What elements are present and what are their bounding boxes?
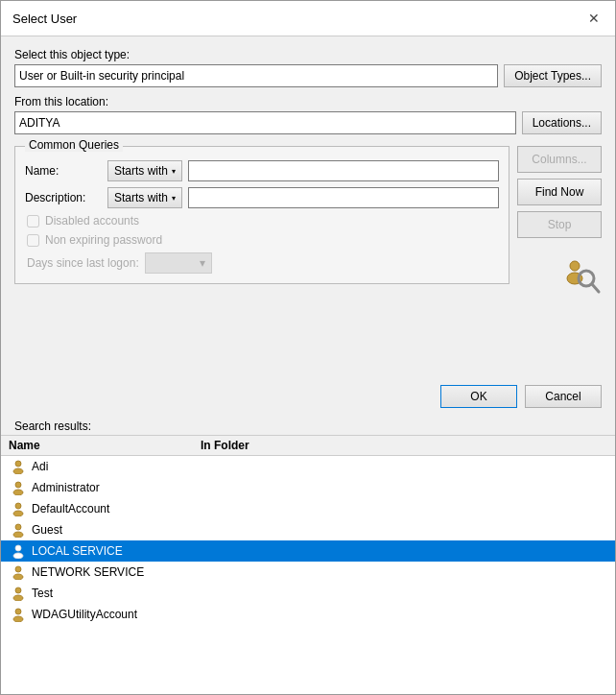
- row-name: Adi: [32, 460, 201, 473]
- svg-point-14: [15, 566, 21, 572]
- disabled-accounts-label: Disabled accounts: [45, 214, 139, 228]
- svg-point-8: [15, 503, 21, 509]
- description-dropdown-arrow-icon: ▾: [172, 194, 176, 203]
- user-icon-svg: [11, 480, 26, 495]
- queries-area: Common Queries Name: Starts with ▾: [14, 146, 509, 296]
- title-bar: Select User ✕: [1, 1, 615, 36]
- disabled-accounts-row: Disabled accounts: [25, 214, 499, 228]
- main-content: Common Queries Name: Starts with ▾: [14, 146, 602, 296]
- days-since-logon-row: Days since last logon: ▾: [25, 252, 499, 274]
- row-name: Administrator: [32, 481, 201, 494]
- svg-line-3: [592, 284, 599, 292]
- locations-button[interactable]: Locations...: [522, 111, 602, 134]
- user-icon: [9, 564, 28, 580]
- description-query-input[interactable]: [188, 187, 499, 208]
- table-row[interactable]: NETWORK SERVICE: [1, 562, 615, 583]
- table-row[interactable]: Test: [1, 583, 615, 604]
- dialog-body: Select this object type: Object Types...…: [1, 36, 615, 377]
- select-user-dialog: Select User ✕ Select this object type: O…: [0, 0, 616, 695]
- name-query-input[interactable]: [188, 160, 499, 181]
- object-type-section: Select this object type: Object Types...: [14, 48, 602, 87]
- find-now-button[interactable]: Find Now: [517, 179, 602, 205]
- name-field-label: Name:: [25, 164, 102, 178]
- row-name: Guest: [32, 523, 201, 537]
- location-input[interactable]: [14, 111, 516, 134]
- svg-point-12: [15, 545, 21, 551]
- svg-point-5: [13, 468, 23, 474]
- row-name: DefaultAccount: [32, 502, 201, 515]
- days-dropdown-arrow-icon: ▾: [200, 256, 205, 270]
- location-section: From this location: Locations...: [14, 95, 602, 134]
- row-name: NETWORK SERVICE: [32, 565, 201, 579]
- row-name: WDAGUtilityAccount: [32, 608, 201, 621]
- svg-point-19: [13, 616, 23, 622]
- user-icon: [9, 586, 28, 601]
- table-row[interactable]: Administrator: [1, 477, 615, 498]
- name-dropdown-button[interactable]: Starts with ▾: [107, 160, 182, 181]
- description-row: Description: Starts with ▾: [25, 187, 499, 208]
- name-dropdown-arrow-icon: ▾: [172, 167, 176, 176]
- user-icon: [9, 459, 28, 474]
- common-queries-legend: Common Queries: [25, 138, 123, 152]
- non-expiring-checkbox[interactable]: [27, 234, 39, 247]
- queries-content: Name: Starts with ▾ Description: Starts: [25, 160, 499, 274]
- svg-point-6: [15, 482, 21, 488]
- user-icon-svg: [11, 586, 26, 601]
- object-type-input[interactable]: [14, 64, 498, 87]
- svg-point-10: [15, 524, 21, 530]
- object-type-row: Object Types...: [14, 64, 602, 87]
- svg-point-0: [570, 261, 580, 271]
- non-expiring-row: Non expiring password: [25, 233, 499, 247]
- table-row[interactable]: LOCAL SERVICE: [1, 540, 615, 562]
- table-row[interactable]: Adi: [1, 456, 615, 477]
- user-icon: [9, 480, 28, 495]
- disabled-accounts-checkbox[interactable]: [27, 215, 39, 228]
- svg-point-15: [13, 574, 23, 580]
- user-icon-svg: [11, 501, 26, 516]
- user-icon-svg: [11, 607, 26, 622]
- svg-point-9: [13, 511, 23, 516]
- close-button[interactable]: ✕: [584, 9, 604, 28]
- user-icon: [9, 501, 28, 516]
- object-types-button[interactable]: Object Types...: [504, 64, 602, 87]
- row-name: LOCAL SERVICE: [32, 544, 201, 558]
- user-icon-svg: [11, 564, 26, 580]
- user-icon: [9, 607, 28, 622]
- column-name-header: Name: [9, 439, 201, 452]
- ok-button[interactable]: OK: [440, 385, 517, 408]
- object-type-label: Select this object type:: [14, 48, 602, 61]
- user-icon: [9, 522, 28, 538]
- name-dropdown-label: Starts with: [114, 164, 168, 178]
- location-label: From this location:: [14, 95, 602, 108]
- cancel-button[interactable]: Cancel: [525, 385, 602, 408]
- table-row[interactable]: Guest: [1, 519, 615, 540]
- name-row: Name: Starts with ▾: [25, 160, 499, 181]
- svg-point-16: [15, 587, 21, 593]
- results-table: Name In Folder Adi Administrator Default…: [1, 435, 615, 695]
- table-row[interactable]: DefaultAccount: [1, 498, 615, 519]
- non-expiring-label: Non expiring password: [45, 233, 162, 247]
- bottom-buttons: OK Cancel: [1, 377, 615, 416]
- common-queries-frame: Common Queries Name: Starts with ▾: [14, 146, 509, 284]
- search-results-label: Search results:: [1, 416, 615, 435]
- days-since-logon-label: Days since last logon:: [27, 256, 139, 270]
- results-rows: Adi Administrator DefaultAccount Guest L…: [1, 456, 615, 625]
- row-name: Test: [32, 587, 201, 600]
- days-since-logon-dropdown: ▾: [145, 252, 212, 274]
- stop-button[interactable]: Stop: [517, 211, 602, 238]
- dialog-title: Select User: [12, 12, 77, 26]
- search-people-icon: [559, 253, 602, 296]
- description-field-label: Description:: [25, 191, 102, 204]
- columns-button[interactable]: Columns...: [517, 146, 602, 173]
- description-dropdown-button[interactable]: Starts with ▾: [107, 187, 182, 208]
- svg-point-13: [13, 553, 23, 559]
- table-row[interactable]: WDAGUtilityAccount: [1, 604, 615, 625]
- user-icon-svg: [11, 459, 26, 474]
- description-dropdown-label: Starts with: [114, 191, 168, 204]
- user-icon-svg: [11, 522, 26, 538]
- user-icon-svg: [11, 543, 26, 559]
- location-row: Locations...: [14, 111, 602, 134]
- search-icon-area: [517, 244, 602, 296]
- svg-point-4: [15, 461, 21, 467]
- svg-point-7: [13, 490, 23, 495]
